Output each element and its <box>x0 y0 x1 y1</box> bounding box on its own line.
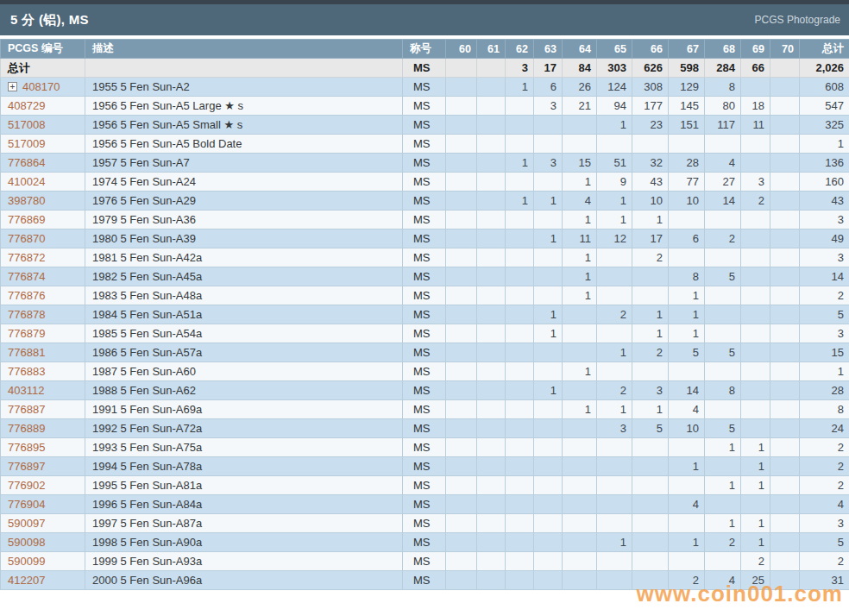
pcgs-number-link[interactable]: 410024 <box>8 175 45 188</box>
grade-64-cell: 1 <box>563 362 597 381</box>
description-cell: 1956 5 Fen Sun-A5 Bold Date <box>85 135 403 154</box>
photograde-link[interactable]: PCGS Photograde <box>755 14 840 26</box>
table-row: 4100241974 5 Fen Sun-A24MS194377273160 <box>1 173 849 192</box>
grade-68-cell: 1 <box>705 514 741 533</box>
grade-64-cell <box>563 552 597 571</box>
pcgs-number-link[interactable]: 408729 <box>8 99 45 112</box>
grade-70-cell <box>770 229 800 248</box>
grade-69-cell <box>741 305 770 324</box>
total-cell: 608 <box>800 78 849 97</box>
grade-63-cell <box>534 116 563 135</box>
grade-61-cell <box>477 229 506 248</box>
grade-65-cell <box>597 571 632 590</box>
grade-62-cell <box>506 135 534 154</box>
total-cell: 2,026 <box>800 59 849 78</box>
pcgs-number-cell: 776872 <box>1 248 85 267</box>
grade-67-cell: 145 <box>669 97 705 116</box>
designation-cell: MS <box>403 343 446 362</box>
table-row: 7768891992 5 Fen Sun-A72aMS3510524 <box>1 419 849 438</box>
pcgs-number-link[interactable]: 776902 <box>8 479 45 492</box>
pcgs-number-link[interactable]: 776889 <box>8 422 45 435</box>
grade-61-cell <box>477 248 506 267</box>
grade-70-cell <box>770 116 800 135</box>
grade-67-cell <box>669 552 705 571</box>
grade-68-cell: 8 <box>705 381 741 400</box>
pcgs-number-link[interactable]: 517009 <box>8 137 45 150</box>
grade-69-cell: 1 <box>741 457 770 476</box>
pcgs-number-link[interactable]: 398780 <box>8 194 45 207</box>
pcgs-number-cell: 403112 <box>1 381 85 400</box>
designation-cell: MS <box>403 192 446 211</box>
grade-61-cell <box>477 419 506 438</box>
grade-67-cell: 10 <box>669 192 705 211</box>
grade-68-cell: 4 <box>705 571 741 590</box>
pcgs-number-link[interactable]: 403112 <box>8 384 44 397</box>
grade-69-cell: 1 <box>741 533 770 552</box>
grade-67-cell: 8 <box>669 267 705 286</box>
grade-63-cell: 3 <box>534 97 563 116</box>
pcgs-number-link[interactable]: 776881 <box>8 346 45 359</box>
table-row: 4031121988 5 Fen Sun-A62MS12314828 <box>1 381 849 400</box>
pcgs-number-link[interactable]: 776872 <box>8 251 45 264</box>
grade-60-cell <box>446 476 477 495</box>
grade-66-cell: 5 <box>632 419 669 438</box>
pcgs-number-link[interactable]: 776879 <box>8 327 45 340</box>
pcgs-number-link[interactable]: 517008 <box>8 118 45 131</box>
grade-66-cell <box>632 533 669 552</box>
designation-cell: MS <box>403 381 446 400</box>
grade-65-cell <box>597 362 632 381</box>
grade-60-cell <box>446 495 477 514</box>
grade-64-cell: 1 <box>563 248 597 267</box>
pcgs-number-link[interactable]: 412207 <box>8 574 45 587</box>
designation-cell: MS <box>403 400 446 419</box>
pcgs-number-link[interactable]: 776876 <box>8 289 45 302</box>
grade-68-cell: 2 <box>705 533 741 552</box>
pcgs-number-link[interactable]: 776874 <box>8 270 45 283</box>
grade-69-cell: 3 <box>741 173 770 192</box>
pcgs-number-link[interactable]: 776904 <box>8 498 45 511</box>
grade-63-cell: 6 <box>534 78 563 97</box>
total-cell: 2 <box>800 552 849 571</box>
grade-60-cell <box>446 173 477 192</box>
grade-68-cell <box>705 495 741 514</box>
grade-62-cell <box>506 286 534 305</box>
grade-67-cell: 129 <box>669 78 705 97</box>
grade-61-cell <box>477 286 506 305</box>
expand-icon[interactable]: + <box>8 82 17 91</box>
grade-64-cell: 1 <box>563 286 597 305</box>
pcgs-number-link[interactable]: 590097 <box>8 517 45 530</box>
pcgs-number-link[interactable]: 590098 <box>8 536 45 549</box>
pcgs-number-link[interactable]: 776864 <box>8 156 45 169</box>
grade-65-cell <box>597 324 632 343</box>
grade-70-cell <box>770 495 800 514</box>
grade-67-cell: 4 <box>669 400 705 419</box>
grade-67-cell: 1 <box>669 305 705 324</box>
grade-69-cell <box>741 135 770 154</box>
pcgs-number-link[interactable]: 776897 <box>8 460 45 473</box>
designation-cell: MS <box>403 116 446 135</box>
pcgs-number-link[interactable]: 776869 <box>8 213 45 226</box>
grade-68-cell: 14 <box>705 192 741 211</box>
grade-64-cell: 1 <box>563 400 597 419</box>
total-cell: 3 <box>800 514 849 533</box>
pcgs-number-link[interactable]: 776883 <box>8 365 45 378</box>
grade-61-cell <box>477 78 506 97</box>
pcgs-number-link[interactable]: 590099 <box>8 555 45 568</box>
grade-60-cell <box>446 248 477 267</box>
grade-67-cell: 1 <box>669 457 705 476</box>
grade-65-cell: 1 <box>597 192 632 211</box>
grade-68-cell: 2 <box>705 229 741 248</box>
pcgs-number-cell: 517009 <box>1 135 85 154</box>
pcgs-number-link[interactable]: 776887 <box>8 403 45 416</box>
grade-61-cell <box>477 400 506 419</box>
grade-60-cell <box>446 305 477 324</box>
pcgs-number-link[interactable]: 408170 <box>22 80 60 93</box>
pcgs-number-link[interactable]: 776870 <box>8 232 45 245</box>
grade-69-cell <box>741 343 770 362</box>
pcgs-number-link[interactable]: 776895 <box>8 441 45 454</box>
column-header-60: 60 <box>446 40 477 59</box>
pcgs-number-link[interactable]: 776878 <box>8 308 45 321</box>
grade-69-cell <box>741 248 770 267</box>
grade-61-cell <box>477 267 506 286</box>
grade-61-cell <box>477 552 506 571</box>
